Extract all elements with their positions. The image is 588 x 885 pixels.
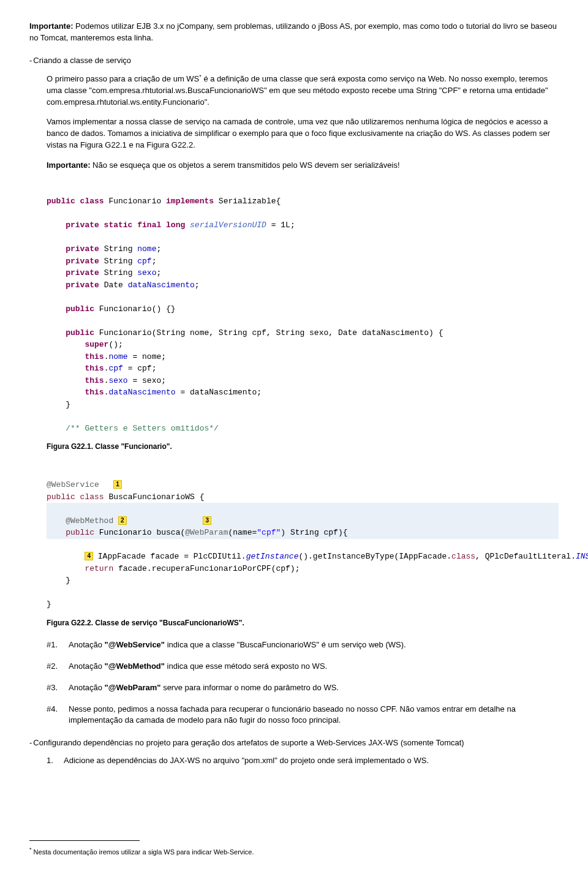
- heading-criando: -Criando a classe de serviço: [29, 55, 559, 67]
- footnote-text: Nesta documentação iremos utilizar a sig…: [32, 848, 254, 856]
- list-body: Adicione as dependências do JAX-WS no ar…: [64, 755, 559, 767]
- annotation-body: Anotação "@WebService" indica que a clas…: [69, 639, 559, 651]
- heading-config: -Configurando dependências no projeto pa…: [29, 737, 559, 749]
- annotation-badge-1: 1: [113, 480, 122, 489]
- list-item: 1. Adicione as dependências do JAX-WS no…: [47, 755, 559, 767]
- code-block-funcionario: public class Funcionario implements Seri…: [47, 180, 559, 439]
- paragraph-important-2: Importante: Não se esqueça que os objeto…: [47, 160, 559, 171]
- annotation-num: #4.: [47, 704, 69, 727]
- annotation-body: Anotação "@WebParam" serve para informar…: [69, 682, 559, 694]
- footnote: * Nesta documentação iremos utilizar a s…: [29, 846, 559, 857]
- dash-icon: -: [29, 55, 32, 67]
- paragraph-3: Vamos implementar a nossa classe de serv…: [47, 116, 559, 151]
- annotation-badge-2: 2: [118, 516, 127, 525]
- figure-caption-2: Figura G22.2. Classe de serviço "BuscaFu…: [47, 618, 559, 628]
- label-important: Importante:: [47, 160, 91, 170]
- annotation-item-4: #4. Nesse ponto, pedimos a nossa fachada…: [47, 704, 559, 727]
- paragraph-important-1: Importante: Podemos utilizar EJB 3.x no …: [29, 21, 559, 44]
- dash-icon: -: [29, 737, 32, 749]
- list-num: 1.: [47, 755, 64, 767]
- annotation-num: #1.: [47, 639, 69, 651]
- text: Podemos utilizar EJB 3.x no jCompany, se…: [29, 21, 557, 42]
- annotation-num: #3.: [47, 682, 69, 694]
- annotation-item-2: #2. Anotação "@WebMethod" indica que ess…: [47, 661, 559, 672]
- ordered-list: 1. Adicione as dependências do JAX-WS no…: [47, 755, 559, 767]
- annotation-badge-3: 3: [203, 516, 211, 525]
- highlighted-line: @WebMethod 2 3 public Funcionario busca(…: [47, 503, 559, 539]
- annotation-body: Nesse ponto, pedimos a nossa fachada par…: [69, 704, 559, 727]
- label-important: Importante:: [29, 21, 74, 31]
- paragraph-2: O primeiro passo para a criação de um WS…: [47, 73, 559, 108]
- heading-text: Criando a classe de serviço: [33, 56, 131, 65]
- annotation-num: #2.: [47, 661, 69, 672]
- annotation-item-1: #1. Anotação "@WebService" indica que a …: [47, 639, 559, 651]
- annotation-body: Anotação "@WebMethod" indica que esse mé…: [69, 661, 559, 672]
- annotation-item-3: #3. Anotação "@WebParam" serve para info…: [47, 682, 559, 694]
- heading-text: Configurando dependências no projeto par…: [33, 738, 464, 747]
- annotation-list: #1. Anotação "@WebService" indica que a …: [47, 639, 559, 726]
- text-a: O primeiro passo para a criação de um WS: [47, 74, 199, 83]
- figure-caption-1: Figura G22.1. Classe "Funcionario".: [47, 442, 559, 452]
- code-block-buscafuncionario: @WebService 1 public class BuscaFunciona…: [47, 464, 559, 614]
- text: Não se esqueça que os objetos a serem tr…: [91, 160, 400, 170]
- footnote-divider: [29, 840, 140, 841]
- annotation-badge-4: 4: [85, 552, 93, 560]
